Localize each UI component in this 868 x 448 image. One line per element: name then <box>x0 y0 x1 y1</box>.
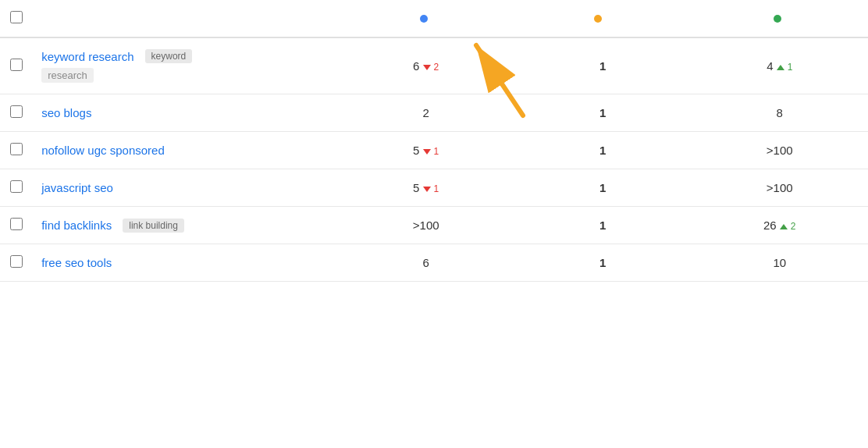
backlinko-rank-cell: >100 <box>691 169 868 207</box>
rank-up-icon <box>780 224 788 229</box>
row-checkbox[interactable] <box>10 59 23 71</box>
header-ahrefs <box>337 0 514 37</box>
row-checkbox-cell <box>0 37 32 94</box>
select-all-checkbox[interactable] <box>10 11 23 23</box>
table-row: find backlinkslink building>100126 2 <box>0 207 868 244</box>
moz-rank-cell: 1 <box>514 244 692 282</box>
rank-down-icon <box>423 149 431 155</box>
keyword-cell: free seo tools <box>32 244 337 282</box>
ahrefs-dot <box>420 15 428 23</box>
rank-up-icon <box>777 65 784 70</box>
keyword-cell: javascript seo <box>32 169 337 207</box>
keyword-cell: seo blogs <box>32 94 337 132</box>
ahrefs-rank-cell: 6 <box>337 244 514 282</box>
table-body: keyword researchkeywordresearch6 214 1se… <box>0 37 868 282</box>
row-checkbox-cell <box>0 207 32 244</box>
table-row: javascript seo5 11>100 <box>0 169 868 207</box>
keyword-cell: nofollow ugc sponsored <box>32 132 337 169</box>
backlinko-rank-cell: 10 <box>691 244 868 282</box>
backlinko-rank-cell: 26 2 <box>691 207 868 244</box>
row-checkbox[interactable] <box>10 218 23 230</box>
header-checkbox-col <box>0 0 32 37</box>
row-checkbox-cell <box>0 94 32 132</box>
keyword-link[interactable]: seo blogs <box>41 106 91 119</box>
row-checkbox-cell <box>0 244 32 282</box>
keyword-sub-tag: research <box>41 68 94 83</box>
keyword-tag: link building <box>123 219 184 233</box>
ahrefs-rank-cell: 6 2 <box>337 37 514 94</box>
row-checkbox[interactable] <box>10 255 23 268</box>
moz-dot <box>594 15 602 23</box>
header-keyword <box>32 0 337 37</box>
row-checkbox[interactable] <box>10 180 23 193</box>
keyword-cell: find backlinkslink building <box>32 207 337 244</box>
keyword-link[interactable]: nofollow ugc sponsored <box>41 144 165 157</box>
moz-rank-value: 1 <box>599 59 606 73</box>
keyword-tag: keyword <box>145 49 193 63</box>
keyword-link[interactable]: javascript seo <box>41 181 113 194</box>
rankings-table: keyword researchkeywordresearch6 214 1se… <box>0 0 868 282</box>
header-moz <box>514 0 692 37</box>
rank-down-icon <box>423 187 431 192</box>
ahrefs-rank-cell: 5 1 <box>337 132 514 169</box>
table-row: keyword researchkeywordresearch6 214 1 <box>0 37 868 94</box>
keyword-cell: keyword researchkeywordresearch <box>32 37 337 94</box>
table-row: nofollow ugc sponsored5 11>100 <box>0 132 868 169</box>
moz-rank-value: 1 <box>599 181 606 194</box>
table-row: free seo tools6110 <box>0 244 868 282</box>
ahrefs-rank-cell: 2 <box>337 94 514 132</box>
table-row: seo blogs218 <box>0 94 868 132</box>
backlinko-dot <box>774 15 781 23</box>
backlinko-rank-cell: 8 <box>691 94 868 132</box>
row-checkbox-cell <box>0 132 32 169</box>
moz-rank-value: 1 <box>599 256 606 269</box>
moz-rank-cell: 1 <box>514 94 692 132</box>
moz-rank-value: 1 <box>599 106 606 119</box>
moz-rank-value: 1 <box>599 144 606 157</box>
row-checkbox[interactable] <box>10 105 23 118</box>
table-header-row <box>0 0 868 37</box>
header-backlinko <box>691 0 868 37</box>
rank-down-icon <box>423 65 431 70</box>
ahrefs-rank-cell: 5 1 <box>337 169 514 207</box>
keyword-link[interactable]: find backlinks <box>41 219 112 232</box>
backlinko-rank-cell: >100 <box>691 132 868 169</box>
row-checkbox[interactable] <box>10 143 23 155</box>
moz-rank-cell: 1 <box>514 132 692 169</box>
ahrefs-rank-cell: >100 <box>337 207 514 244</box>
moz-rank-cell: 1 <box>514 169 692 207</box>
keyword-link[interactable]: keyword research <box>41 50 133 63</box>
moz-rank-cell: 1 <box>514 37 692 94</box>
moz-rank-cell: 1 <box>514 207 692 244</box>
keyword-rankings-table: keyword researchkeywordresearch6 214 1se… <box>0 0 868 282</box>
keyword-link[interactable]: free seo tools <box>41 256 112 269</box>
backlinko-rank-cell: 4 1 <box>691 37 868 94</box>
moz-rank-value: 1 <box>599 219 606 232</box>
row-checkbox-cell <box>0 169 32 207</box>
